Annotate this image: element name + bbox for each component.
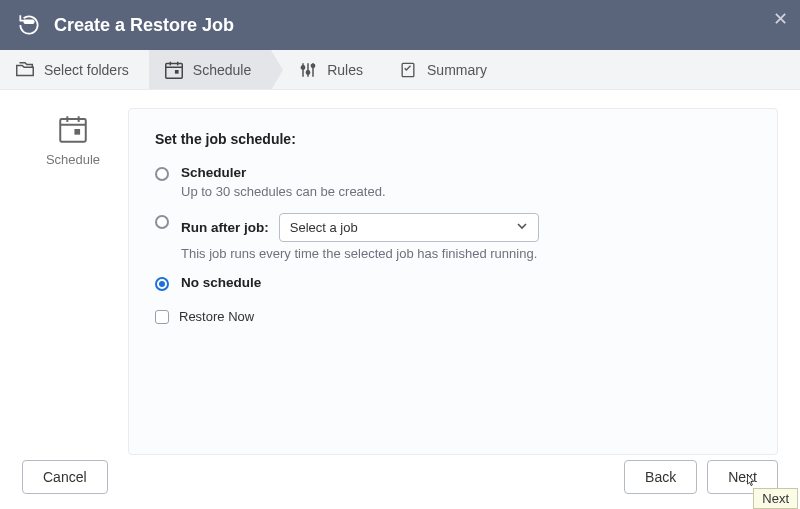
- svg-rect-5: [175, 70, 179, 74]
- svg-point-11: [312, 64, 315, 67]
- radio-icon[interactable]: [155, 215, 169, 229]
- option-run-after-job[interactable]: Run after job: Select a job This job run…: [155, 213, 751, 261]
- svg-rect-0: [24, 20, 35, 24]
- option-help: This job runs every time the selected jo…: [181, 246, 751, 261]
- wizard-stepper: Select folders Schedule Rules Summary: [0, 50, 800, 90]
- svg-point-9: [302, 65, 305, 68]
- back-button[interactable]: Back: [624, 460, 697, 494]
- svg-rect-12: [402, 63, 414, 76]
- chevron-down-icon: [516, 220, 528, 235]
- step-label: Summary: [427, 62, 487, 78]
- calendar-icon: [163, 59, 185, 81]
- radio-icon[interactable]: [155, 277, 169, 291]
- calendar-icon: [56, 112, 90, 146]
- svg-rect-1: [166, 63, 183, 78]
- footer-bar: Cancel Back Next: [0, 457, 800, 497]
- option-label: Scheduler: [181, 165, 386, 180]
- select-value: Select a job: [290, 220, 358, 235]
- radio-icon[interactable]: [155, 167, 169, 181]
- panel-heading: Set the job schedule:: [155, 131, 751, 147]
- side-label: Schedule: [46, 152, 100, 167]
- step-rules[interactable]: Rules: [283, 50, 383, 89]
- cancel-button[interactable]: Cancel: [22, 460, 108, 494]
- option-label: No schedule: [181, 275, 261, 290]
- svg-point-10: [307, 70, 310, 73]
- tooltip: Next: [753, 488, 798, 509]
- window-title: Create a Restore Job: [54, 15, 234, 36]
- option-scheduler[interactable]: Scheduler Up to 30 schedules can be crea…: [155, 165, 751, 199]
- svg-rect-13: [60, 119, 86, 142]
- option-label: Run after job:: [181, 220, 269, 235]
- step-select-folders[interactable]: Select folders: [0, 50, 149, 89]
- restore-now-row[interactable]: Restore Now: [155, 309, 751, 324]
- step-label: Schedule: [193, 62, 251, 78]
- checkbox-icon[interactable]: [155, 310, 169, 324]
- job-select[interactable]: Select a job: [279, 213, 539, 242]
- schedule-panel: Set the job schedule: Scheduler Up to 30…: [128, 108, 778, 455]
- side-column: Schedule: [18, 108, 128, 455]
- close-icon[interactable]: ✕: [773, 8, 788, 30]
- summary-icon: [397, 59, 419, 81]
- folders-icon: [14, 59, 36, 81]
- sliders-icon: [297, 59, 319, 81]
- step-label: Select folders: [44, 62, 129, 78]
- step-summary[interactable]: Summary: [383, 50, 507, 89]
- restore-icon: [16, 12, 42, 38]
- option-help: Up to 30 schedules can be created.: [181, 184, 386, 199]
- step-divider-icon: [271, 50, 283, 90]
- title-bar: Create a Restore Job ✕: [0, 0, 800, 50]
- step-label: Rules: [327, 62, 363, 78]
- checkbox-label: Restore Now: [179, 309, 254, 324]
- svg-rect-17: [74, 129, 80, 135]
- option-no-schedule[interactable]: No schedule: [155, 275, 751, 291]
- step-schedule[interactable]: Schedule: [149, 50, 271, 89]
